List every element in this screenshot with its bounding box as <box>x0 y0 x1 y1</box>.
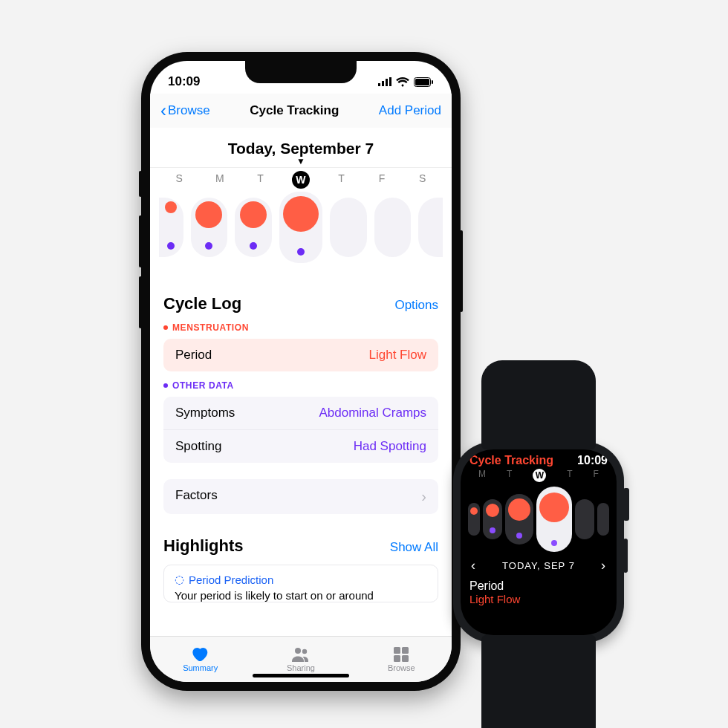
prediction-icon: ◌ <box>175 573 184 586</box>
digital-crown[interactable] <box>623 488 629 521</box>
tab-browse-label: Browse <box>388 663 415 672</box>
day-pill[interactable] <box>159 198 183 257</box>
weekday-tue[interactable]: T <box>251 172 269 189</box>
spotting-row[interactable]: Spotting Had Spotting <box>163 429 438 463</box>
watch-day-pill[interactable] <box>597 503 609 536</box>
watch-band-bottom <box>481 635 596 728</box>
day-pill-today[interactable] <box>279 192 322 263</box>
highlights-title: Highlights <box>163 536 244 556</box>
content-area: Today, September 7 ▼ S M T W T F S <box>150 128 452 636</box>
wifi-icon <box>396 77 409 87</box>
factors-row[interactable]: Factors › <box>163 479 438 514</box>
watch-date-nav: ‹ TODAY, SEP 7 › <box>468 558 609 573</box>
cycle-log-title: Cycle Log <box>163 294 241 313</box>
svg-rect-12 <box>402 655 409 662</box>
people-icon <box>291 646 311 663</box>
svg-rect-9 <box>394 647 400 654</box>
watch-day-selected[interactable]: W <box>533 469 546 482</box>
symptoms-row[interactable]: Symptoms Abdominal Cramps <box>163 397 438 429</box>
weekday-sun[interactable]: S <box>170 172 188 189</box>
watch-day[interactable]: F <box>594 469 599 482</box>
svg-rect-6 <box>432 80 433 84</box>
svg-rect-3 <box>389 77 391 86</box>
watch-period-value: Light Flow <box>469 593 608 605</box>
options-button[interactable]: Options <box>394 298 438 313</box>
weekday-wed-selected[interactable]: W <box>292 171 310 189</box>
svg-rect-11 <box>394 655 400 662</box>
side-button[interactable] <box>623 539 628 573</box>
prediction-title: Period Prediction <box>189 573 273 586</box>
watch-day-pill[interactable] <box>468 503 480 536</box>
watch-day[interactable]: T <box>567 469 572 482</box>
weekday-thu[interactable]: T <box>333 172 351 189</box>
day-pill[interactable] <box>191 198 228 257</box>
weekday-sat[interactable]: S <box>414 172 432 189</box>
date-header: Today, September 7 ▼ <box>150 128 452 167</box>
battery-icon <box>414 77 434 87</box>
today-label: Today, September 7 <box>150 140 452 157</box>
day-pill[interactable] <box>374 198 412 257</box>
factors-label: Factors <box>175 488 218 505</box>
watch-date: TODAY, SEP 7 <box>502 560 575 571</box>
svg-rect-0 <box>378 83 380 86</box>
watch-day[interactable]: T <box>507 469 512 482</box>
svg-rect-10 <box>402 647 409 654</box>
chevron-right-icon: › <box>421 488 426 505</box>
symptoms-value: Abdominal Cramps <box>319 406 426 420</box>
chevron-left-icon: ‹ <box>160 100 166 121</box>
svg-rect-2 <box>386 79 388 86</box>
status-time: 10:09 <box>168 74 200 89</box>
cycle-log-section: Cycle Log Options MENSTRUATION Period Li… <box>150 278 452 517</box>
svg-point-8 <box>302 649 307 654</box>
tab-sharing-label: Sharing <box>287 663 315 672</box>
watch-day-pill[interactable] <box>575 499 594 539</box>
show-all-button[interactable]: Show All <box>390 540 438 555</box>
weekday-mon[interactable]: M <box>211 172 229 189</box>
add-period-button[interactable]: Add Period <box>379 103 441 118</box>
day-pill[interactable] <box>330 198 367 257</box>
day-pill[interactable] <box>235 198 272 257</box>
watch-day-pill[interactable] <box>505 494 533 545</box>
watch-time: 10:09 <box>577 454 608 467</box>
iphone-screen: 10:09 ‹ Browse Cycle Tracking Add Period… <box>150 61 452 682</box>
tab-summary-label: Summary <box>183 663 218 672</box>
chevron-left-icon[interactable]: ‹ <box>471 558 476 573</box>
chevron-right-icon[interactable]: › <box>601 558 606 573</box>
weekday-fri[interactable]: F <box>373 172 391 189</box>
other-data-label: OTHER DATA <box>163 380 438 391</box>
svg-point-7 <box>295 648 301 654</box>
day-pill[interactable] <box>418 198 443 257</box>
watch-band-top <box>481 360 596 449</box>
page-title: Cycle Tracking <box>250 103 339 118</box>
watch-title: Cycle Tracking <box>469 454 553 467</box>
back-button[interactable]: ‹ Browse <box>160 100 210 121</box>
watch-day[interactable]: M <box>478 469 486 482</box>
cellular-icon <box>378 77 391 86</box>
back-label: Browse <box>168 103 210 118</box>
cycle-pills[interactable] <box>150 196 452 278</box>
watch-day-pill[interactable] <box>483 499 502 539</box>
nav-bar: ‹ Browse Cycle Tracking Add Period <box>150 94 452 128</box>
symptoms-label: Symptoms <box>175 406 235 420</box>
watch-screen: Cycle Tracking 10:09 M T W T F ‹ TODAY, … <box>461 449 617 635</box>
prediction-card[interactable]: ◌Period Prediction Your period is likely… <box>163 565 438 602</box>
tab-bar: Summary Sharing Browse <box>150 636 452 682</box>
prediction-desc: Your period is likely to start on or aro… <box>175 589 427 602</box>
highlights-section: Highlights Show All <box>150 517 452 559</box>
watch-footer[interactable]: Period Light Flow <box>468 579 609 605</box>
tab-summary[interactable]: Summary <box>150 637 250 682</box>
home-indicator[interactable] <box>253 674 349 677</box>
watch-period-label: Period <box>469 579 608 593</box>
menstruation-label: MENSTRUATION <box>163 322 438 333</box>
watch-device: Cycle Tracking 10:09 M T W T F ‹ TODAY, … <box>453 442 624 643</box>
watch-pills[interactable] <box>468 485 609 553</box>
period-row[interactable]: Period Light Flow <box>163 339 438 371</box>
period-label: Period <box>175 348 212 363</box>
grid-icon <box>391 646 411 663</box>
tab-browse[interactable]: Browse <box>351 637 452 682</box>
period-value: Light Flow <box>369 348 426 363</box>
iphone-device: 10:09 ‹ Browse Cycle Tracking Add Period… <box>141 52 461 691</box>
heart-icon <box>191 646 210 663</box>
svg-rect-5 <box>415 79 429 85</box>
watch-day-pill-today[interactable] <box>536 487 573 552</box>
